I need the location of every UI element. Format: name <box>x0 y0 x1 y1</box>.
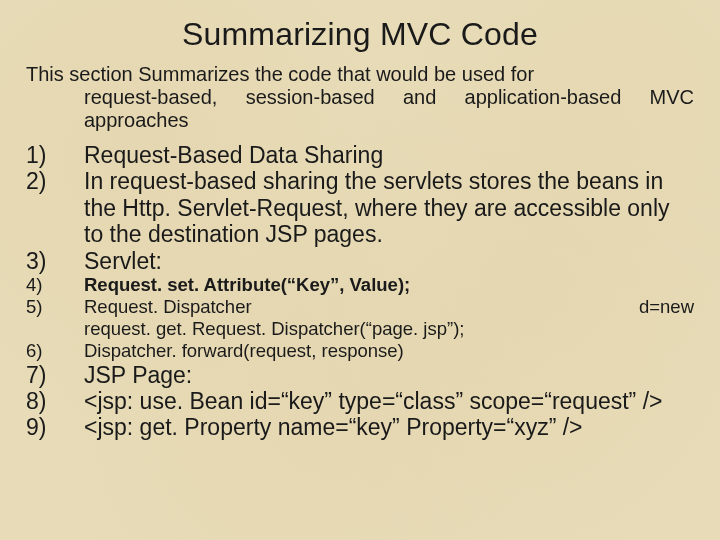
list-item: 4) Request. set. Attribute(“Key”, Value)… <box>26 274 694 296</box>
item-number: 2) <box>26 168 66 194</box>
item-number: 5) <box>26 296 66 318</box>
item-text: Dispatcher. forward(request, response) <box>66 340 694 362</box>
intro-line-1: This section Summarizes the code that wo… <box>26 63 534 85</box>
item-text: Request. set. Attribute(“Key”, Value); <box>66 274 694 296</box>
list-item: 3) Servlet: <box>26 248 694 274</box>
item-number: 4) <box>26 274 66 296</box>
item-number: 1) <box>26 142 66 168</box>
list-item: 5) Request. Dispatcher d=new request. ge… <box>26 296 694 340</box>
item-number: 9) <box>26 414 66 440</box>
item-text: Request. Dispatcher d=new request. get. … <box>66 296 694 340</box>
slide: Summarizing MVC Code This section Summar… <box>0 0 720 540</box>
item-text: <jsp: use. Bean id=“key” type=“class” sc… <box>66 388 694 414</box>
list-item: 7) JSP Page: <box>26 362 694 388</box>
item-number: 7) <box>26 362 66 388</box>
list-item: 9) <jsp: get. Property name=“key” Proper… <box>26 414 694 440</box>
item-text: <jsp: get. Property name=“key” Property=… <box>66 414 694 440</box>
item-text: In request-based sharing the servlets st… <box>66 168 694 247</box>
item-text: Servlet: <box>66 248 694 274</box>
item-number: 8) <box>26 388 66 414</box>
item-number: 3) <box>26 248 66 274</box>
list-item: 6) Dispatcher. forward(request, response… <box>26 340 694 362</box>
slide-title: Summarizing MVC Code <box>26 16 694 53</box>
dispatcher-right: d=new <box>639 296 694 318</box>
item-text: JSP Page: <box>66 362 694 388</box>
item-number: 6) <box>26 340 66 362</box>
bold-text: Request. set. Attribute(“Key”, Value); <box>84 274 410 295</box>
item-text: Request-Based Data Sharing <box>66 142 694 168</box>
list-item: 8) <jsp: use. Bean id=“key” type=“class”… <box>26 388 694 414</box>
intro-rest: request-based, session-based and applica… <box>26 86 694 132</box>
list-item: 2) In request-based sharing the servlets… <box>26 168 694 247</box>
list-item: 1) Request-Based Data Sharing <box>26 142 694 168</box>
dispatcher-line2: request. get. Request. Dispatcher(“page.… <box>84 318 464 339</box>
dispatcher-left: Request. Dispatcher <box>84 296 252 318</box>
numbered-list: 1) Request-Based Data Sharing 2) In requ… <box>26 142 694 441</box>
intro-paragraph: This section Summarizes the code that wo… <box>26 63 694 132</box>
